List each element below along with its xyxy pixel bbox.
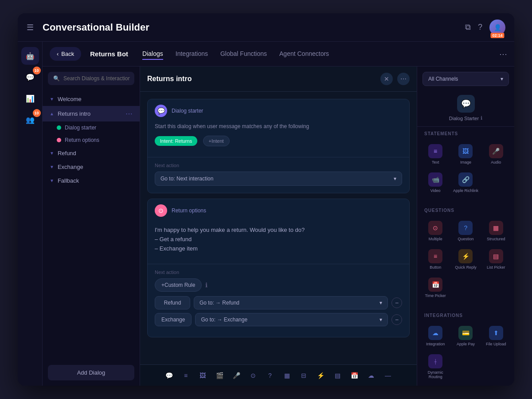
question-question[interactable]: ? Question [451,217,480,245]
routing-row-refund: Refund Go to: → Refund ▾ − [155,296,402,309]
dialog-starter-card: 💬 Dialog starter Start this dialog when … [147,99,410,193]
tree-item-returns-intro[interactable]: ▲ Returns intro ⋯ [43,106,140,121]
next-action-select[interactable]: Go to: Next interaction ▾ [155,172,402,186]
tree-item-fallback[interactable]: ▼ Fallback [43,174,140,188]
toolbar-button-icon[interactable]: ⊟ [297,369,310,382]
nav-more-icon[interactable]: ⋯ [499,49,507,59]
integration-integration[interactable]: ☁ Integration [421,322,450,350]
routing-select-exchange[interactable]: Go to: → Exchange ▾ [195,313,388,326]
structured-icon: ▦ [489,221,503,235]
toolbar-video-icon[interactable]: 🎬 [213,369,226,382]
toolbar-audio-icon[interactable]: 🎤 [230,369,243,382]
toolbar-question-icon[interactable]: ? [263,369,277,382]
help-icon[interactable]: ? [478,23,482,32]
toolbar-image-icon[interactable]: 🖼 [196,369,209,382]
toolbar-quickreply-icon[interactable]: ⚡ [314,369,327,382]
add-dialog-button[interactable]: Add Dialog [48,365,134,380]
back-button[interactable]: ‹ Back [50,47,81,61]
statement-text[interactable]: ≡ Text [421,141,450,168]
back-chevron-icon: ‹ [57,51,59,57]
question-structured[interactable]: ▦ Structured [481,217,511,245]
custom-rule-button[interactable]: +Custom Rule [155,278,202,292]
tab-integrations[interactable]: Integrations [176,48,208,60]
card-type-label-2: Return options [172,207,206,214]
return-options-dot [57,138,61,142]
channel-select[interactable]: All Channels ▾ [422,72,509,86]
integration-apple-pay[interactable]: 💳 Apple Pay [451,322,480,350]
dialog-tree: ▼ Welcome ▲ Returns intro ⋯ Dia [43,90,140,360]
tree-child-return-options[interactable]: Return options [50,134,140,146]
select-chevron-icon-2: ▾ [379,317,382,323]
info-icon[interactable]: ℹ [205,282,207,289]
list-picker-icon: ▤ [489,249,503,263]
toolbar-listpicker-icon[interactable]: ▤ [331,369,344,382]
file-upload-icon: ⬆ [489,326,503,340]
sidebar-item-users[interactable]: 👥 10 [21,111,39,129]
tree-more-icon[interactable]: ⋯ [125,110,133,118]
toolbar-more-icon[interactable]: — [381,369,395,382]
more-dialog-button[interactable]: ⋯ [397,73,410,85]
sidebar-item-bot[interactable]: 🤖 [21,47,39,65]
question-button[interactable]: ≡ Button [421,246,450,273]
tree-item-refund[interactable]: ▼ Refund [43,146,140,160]
tab-global-functions[interactable]: Global Functions [220,48,267,60]
hamburger-menu-icon[interactable]: ☰ [27,23,34,32]
top-navigation: ☰ Conversational Builder ⧉ ? 👤 02:14 [18,13,514,42]
toolbar-text-icon[interactable]: ≡ [179,369,192,382]
remove-exchange-button[interactable]: − [391,314,402,325]
statement-image[interactable]: 🖼 Image [451,141,480,168]
tree-child-dialog-starter[interactable]: Dialog starter [50,121,140,134]
layers-icon[interactable]: ⧉ [465,23,471,32]
tab-agent-connectors[interactable]: Agent Connectors [279,48,329,60]
toolbar-chat-icon[interactable]: 💬 [162,369,176,382]
routing-select-refund[interactable]: Go to: → Refund ▾ [194,296,388,309]
chat-badge: 10 [33,66,41,74]
card-icon-return-options: ⊙ [155,204,167,217]
tab-dialogs[interactable]: Dialogs [142,48,163,60]
left-sidebar: 🤖 💬 10 📊 👥 10 [18,42,43,386]
toolbar-cloud-icon[interactable]: ☁ [364,369,378,382]
statement-audio[interactable]: 🎤 Audio [481,141,511,168]
tree-item-welcome[interactable]: ▼ Welcome [43,92,140,106]
next-action-section: Next action Go to: Next interaction ▾ [148,157,409,193]
sidebar-item-chat[interactable]: 💬 10 [21,68,39,86]
dialog-title: Returns intro [147,75,192,83]
ds-info-icon[interactable]: ℹ [481,115,482,121]
text-icon: ≡ [428,144,442,158]
multiple-icon: ⊙ [428,221,442,235]
statement-video[interactable]: 📹 Video [421,169,450,196]
question-multiple[interactable]: ⊙ Multiple [421,217,450,245]
expand-icon: ▼ [50,97,54,102]
toolbar-structured-icon[interactable]: ▦ [280,369,293,382]
tree-item-exchange[interactable]: ▼ Exchange [43,160,140,174]
add-intent-button[interactable]: +Intent [203,136,230,146]
dialog-starter-dot [57,125,61,130]
card-header: 💬 Dialog starter [148,99,409,122]
integration-file-upload[interactable]: ⬆ File Upload [481,322,511,350]
remove-refund-button[interactable]: − [391,297,402,308]
richlink-icon: 🔗 [458,172,473,187]
toolbar-timepicker-icon[interactable]: 📅 [348,369,361,382]
audio-icon: 🎤 [489,144,503,158]
statement-apple-richlink[interactable]: 🔗 Apple Richlink [451,169,480,196]
integration-dynamic-routing[interactable]: ⟊ Dynamic Routing [421,351,450,383]
question-time-picker[interactable]: 📅 Time Picker [421,274,450,301]
questions-grid: ⊙ Multiple ? Question ▦ Structured ≡ [417,215,514,305]
next-action-label: Next action [155,163,402,168]
button-icon: ≡ [428,249,442,263]
search-input[interactable] [63,75,130,82]
expand-icon: ▼ [50,178,54,183]
close-dialog-button[interactable]: ✕ [380,73,393,85]
user-avatar[interactable]: 👤 02:14 [489,20,505,35]
return-options-card: ⊙ Return options I'm happy to help you m… [147,199,410,337]
sidebar-item-analytics[interactable]: 📊 [21,90,39,107]
dynamic-routing-icon: ⟊ [428,354,442,368]
question-list-picker[interactable]: ▤ List Picker [481,246,511,273]
question-quick-reply[interactable]: ⚡ Quick Reply [451,246,480,273]
search-icon: 🔍 [53,75,60,82]
users-badge: 10 [33,109,41,117]
toolbar-multiple-icon[interactable]: ⊙ [246,369,260,382]
intent-tags: Intent: Returns +Intent [155,136,402,150]
intent-tag[interactable]: Intent: Returns [155,136,197,146]
bottom-toolbar: 💬 ≡ 🖼 🎬 🎤 ⊙ ? ▦ ⊟ ⚡ ▤ 📅 ☁ — [140,364,417,386]
